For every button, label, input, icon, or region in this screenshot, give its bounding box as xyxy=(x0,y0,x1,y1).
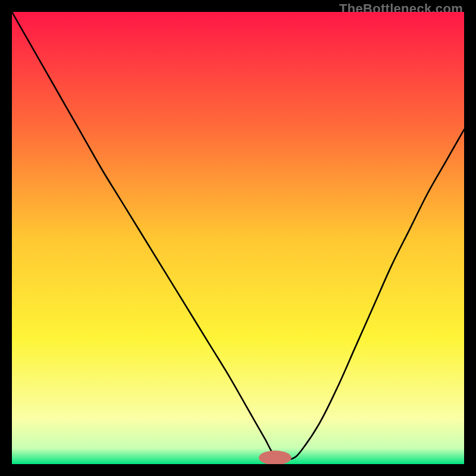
chart-background xyxy=(12,12,464,464)
plot-area xyxy=(12,12,464,464)
chart-frame: TheBottleneck.com xyxy=(0,0,476,476)
chart-svg xyxy=(12,12,464,464)
